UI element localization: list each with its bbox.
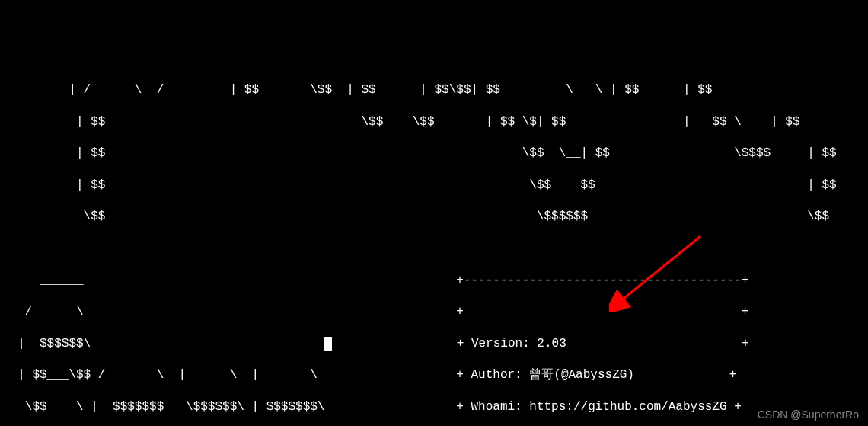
watermark: CSDN @SuperherRo (758, 408, 859, 421)
ascii-line: \$$ \ | $$$$$$$ \$$$$$$\ | $$$$$$$\ + Wh… (3, 399, 865, 415)
ascii-line: | $$ \$$ \$$ | $$ \$| $$ | $$ \ | $$ (3, 114, 865, 130)
ascii-line: |_/ \__/ | $$ \$$__| $$ | $$\$$| $$ \ \_… (3, 82, 865, 98)
cursor-block (324, 337, 332, 351)
ascii-line: | $$ \$$ \__| $$ \$$$$ | $$ (3, 146, 865, 162)
ascii-line: | $$ \$$ $$ | $$ (3, 178, 865, 194)
ascii-line: ______ +--------------------------------… (3, 273, 865, 289)
ascii-line: / \ + + (3, 304, 865, 320)
ascii-line: \$$ \$$$$$$ \$$ (3, 209, 865, 225)
ascii-line: | $$___\$$ / \ | \ | \ + Author: 曾哥(@Aab… (3, 367, 865, 383)
ascii-line: | $$$$$$\ _______ ______ _______ + Versi… (3, 336, 865, 352)
ascii-line (3, 241, 865, 257)
ascii-banner: |_/ \__/ | $$ \$$__| $$ | $$\$$| $$ \ \_… (3, 66, 865, 426)
